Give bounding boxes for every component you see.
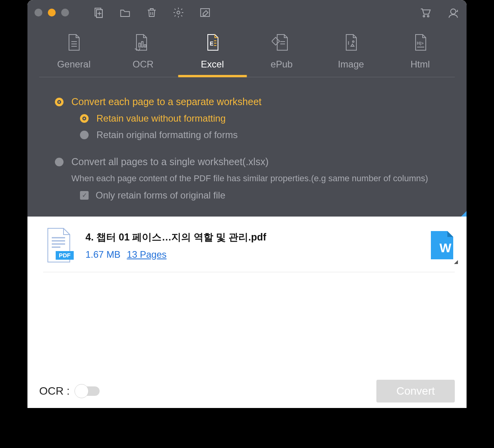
file-list: PDF 4. 챕터 01 페이스…지의 역할 및 관리.pdf 1.67 MB … — [27, 217, 467, 272]
radio-icon — [80, 114, 89, 123]
tab-excel[interactable]: E Excel — [178, 33, 247, 77]
add-file-icon[interactable] — [93, 7, 104, 18]
svg-point-10 — [427, 15, 429, 17]
option-label: Only retain forms of original file — [96, 190, 225, 201]
option-separate-worksheet[interactable]: Convert each page to a separate workshee… — [55, 96, 443, 107]
file-pages-link[interactable]: 13 Pages — [127, 249, 166, 260]
file-info: 4. 챕터 01 페이스…지의 역할 및 관리.pdf 1.67 MB 13 P… — [85, 231, 266, 260]
image-icon: I — [342, 33, 360, 52]
tab-label: Image — [338, 59, 364, 70]
support-icon[interactable] — [447, 6, 459, 19]
svg-rect-16 — [142, 42, 143, 47]
tab-label: OCR — [133, 59, 153, 70]
radio-icon — [55, 98, 64, 106]
option-retain-value[interactable]: Retain value without formatting — [80, 113, 443, 124]
tab-general[interactable]: General — [39, 33, 109, 77]
checkbox-icon: ✓ — [80, 191, 89, 200]
toolbar-right — [419, 6, 459, 19]
document-icon — [65, 33, 82, 52]
file-meta: 1.67 MB 13 Pages — [85, 249, 266, 260]
convert-button[interactable]: Convert — [376, 380, 455, 402]
epub-icon — [272, 33, 291, 52]
radio-icon — [80, 131, 89, 139]
option-retain-formatting[interactable]: Retain original formatting of forms — [80, 129, 443, 140]
option-single-worksheet[interactable]: Convert all pages to a single worksheet(… — [55, 156, 443, 168]
tab-epub[interactable]: ePub — [247, 33, 316, 77]
option-label: Convert each page to a separate workshee… — [71, 96, 262, 107]
svg-rect-15 — [139, 43, 140, 47]
svg-point-7 — [177, 11, 180, 14]
ocr-icon — [133, 33, 153, 52]
svg-text:H|>: H|> — [417, 41, 423, 46]
toolbar — [93, 7, 211, 18]
svg-rect-22 — [272, 37, 280, 45]
option-label: Retain value without formatting — [96, 113, 226, 124]
gear-icon[interactable] — [173, 7, 184, 18]
trash-icon[interactable] — [146, 7, 158, 18]
svg-rect-17 — [144, 45, 146, 47]
html-icon: H|> — [412, 33, 429, 52]
tab-html[interactable]: H|> Html — [385, 33, 455, 77]
tab-label: ePub — [271, 59, 292, 70]
zoom-dot[interactable] — [61, 9, 69, 16]
format-tabs: General OCR E Excel ePub — [39, 33, 455, 77]
app-window: General OCR E Excel ePub — [27, 0, 467, 408]
tab-label: General — [57, 59, 91, 70]
svg-point-26 — [352, 41, 354, 42]
resize-handle-icon[interactable] — [461, 211, 467, 217]
option-label: Retain original formatting of forms — [96, 129, 238, 140]
svg-point-11 — [450, 9, 456, 14]
footer-bar: OCR : Convert — [27, 374, 467, 408]
svg-text:E: E — [210, 40, 213, 47]
folder-icon[interactable] — [119, 7, 131, 18]
pdf-file-icon: PDF — [43, 227, 74, 264]
svg-text:I: I — [348, 40, 349, 46]
file-size: 1.67 MB — [85, 249, 120, 260]
ocr-label: OCR : — [39, 385, 70, 397]
file-name: 4. 챕터 01 페이스…지의 역할 및 관리.pdf — [85, 231, 266, 244]
minimize-dot[interactable] — [48, 9, 56, 16]
option-label: Convert all pages to a single worksheet(… — [71, 156, 269, 168]
radio-icon — [55, 158, 64, 166]
dropdown-indicator-icon — [454, 260, 458, 264]
svg-text:W: W — [440, 241, 452, 255]
tab-label: Excel — [201, 59, 224, 70]
cart-icon[interactable] — [419, 6, 431, 19]
tab-image[interactable]: I Image — [316, 33, 386, 77]
tab-ocr[interactable]: OCR — [109, 33, 178, 77]
output-format-word-icon[interactable]: W — [429, 229, 455, 261]
close-dot[interactable] — [35, 9, 42, 16]
excel-options-panel: Convert each page to a separate workshee… — [27, 77, 467, 217]
format-tabs-wrap: General OCR E Excel ePub — [27, 25, 467, 77]
option-description: When each page content of the PDF file h… — [71, 173, 443, 184]
tab-label: Html — [410, 59, 430, 70]
ocr-toggle[interactable] — [75, 386, 100, 396]
file-row[interactable]: PDF 4. 챕터 01 페이스…지의 역할 및 관리.pdf 1.67 MB … — [43, 224, 455, 272]
option-only-forms[interactable]: ✓ Only retain forms of original file — [80, 190, 443, 201]
traffic-lights — [35, 9, 69, 16]
edit-icon[interactable] — [199, 7, 211, 18]
title-bar — [27, 0, 467, 25]
svg-point-9 — [423, 15, 425, 17]
excel-icon: E — [204, 33, 221, 52]
svg-text:PDF: PDF — [59, 252, 71, 259]
